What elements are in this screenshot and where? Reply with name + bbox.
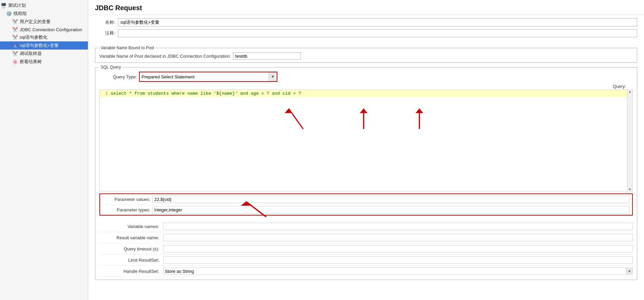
sidebar-item-user-vars[interactable]: ✂️ 用户定义的变量: [0, 18, 88, 26]
debug-sampler-label: 调试取样器: [20, 51, 42, 57]
svg-marker-3: [360, 109, 368, 113]
test-plan-label: 测试计划: [8, 2, 26, 8]
query-timeout-input[interactable]: [163, 245, 633, 252]
sql-param-var-icon: ✂️: [12, 43, 18, 48]
line-code-1: select * from students where name like '…: [111, 91, 301, 96]
sidebar: 🖥️ 测试计划 ⚙️ 线程组 ✂️ 用户定义的变量 ✂️ JDBC Connec…: [0, 0, 88, 300]
jdbc-config-icon: ✂️: [12, 27, 18, 32]
result-var-row: Result variable name:: [99, 232, 633, 243]
line-number-1: 1: [100, 91, 111, 96]
limit-resultset-row: Limit ResultSet:: [99, 255, 633, 266]
params-section: Parameter values: Parameter types:: [99, 193, 633, 215]
sidebar-item-sql-param[interactable]: ✂️ sql语句参数化: [0, 33, 88, 41]
annotation-arrows: [100, 104, 632, 131]
query-editor[interactable]: 1 select * from students where name like…: [99, 90, 633, 191]
param-values-input[interactable]: [152, 195, 629, 203]
pool-input[interactable]: [233, 52, 301, 60]
user-vars-label: 用户定义的变量: [20, 19, 51, 25]
handle-resultset-arrow: ▼: [626, 267, 632, 275]
limit-resultset-label: Limit ResultSet:: [99, 258, 160, 263]
sql-param-var-label: sql语句参数化+变量: [20, 42, 59, 49]
limit-resultset-input[interactable]: [163, 256, 633, 264]
sql-query-section: SQL Query Query Type: Prepared Select St…: [95, 65, 637, 280]
sidebar-item-jdbc-config[interactable]: ✂️ JDBC Connection Configuration: [0, 26, 88, 33]
handle-resultset-row: Handle ResultSet: Store as String Store …: [99, 266, 633, 277]
param-values-row: Parameter values:: [100, 194, 632, 205]
sql-section-title: SQL Query: [99, 65, 122, 70]
svg-line-0: [289, 109, 303, 129]
svg-marker-5: [415, 109, 423, 113]
thread-group-label: 线程组: [14, 11, 27, 17]
var-names-input[interactable]: [163, 223, 633, 230]
jdbc-config-label: JDBC Connection Configuration: [20, 27, 82, 32]
svg-marker-1: [285, 109, 293, 113]
user-vars-icon: ✂️: [12, 19, 18, 24]
sql-param-icon: ✂️: [12, 35, 18, 40]
param-types-input[interactable]: [152, 206, 629, 213]
handle-resultset-label: Handle ResultSet:: [99, 269, 160, 274]
comment-label: 注释:: [95, 30, 115, 36]
query-type-select[interactable]: Prepared Select Statement Select Stateme…: [140, 72, 269, 81]
pool-label: Variable Name of Pool declared in JDBC C…: [99, 54, 231, 59]
result-var-input[interactable]: [163, 234, 633, 241]
handle-resultset-select[interactable]: Store as String Store as Object Count Re…: [163, 268, 626, 274]
comment-input[interactable]: [118, 29, 637, 37]
query-timeout-row: Query timeout (s):: [99, 243, 633, 255]
param-types-label: Parameter types:: [103, 207, 150, 212]
view-results-label: 察看结果树: [20, 59, 42, 65]
query-type-label: Query Type:: [113, 74, 137, 79]
sql-param-label: sql语句参数化: [20, 34, 47, 40]
query-scrollbar[interactable]: ▲ ▼: [627, 90, 632, 191]
pool-section: Variable Name Bound to Pool Variable Nam…: [95, 45, 637, 63]
view-results-icon: 🌸: [12, 59, 18, 64]
bottom-fields: Variable names: Result variable name: Qu…: [99, 221, 633, 277]
scroll-up-arrow[interactable]: ▲: [628, 90, 631, 93]
thread-group-icon: ⚙️: [6, 11, 12, 16]
query-label: Query:: [99, 84, 633, 89]
query-timeout-label: Query timeout (s):: [99, 246, 160, 251]
var-names-row: Variable names:: [99, 221, 633, 232]
param-types-row: Parameter types:: [100, 205, 632, 215]
param-values-label: Parameter values:: [103, 197, 150, 202]
scroll-down-arrow[interactable]: ▼: [628, 188, 631, 191]
sidebar-item-test-plan[interactable]: 🖥️ 测试计划: [0, 1, 88, 10]
pool-section-title: Variable Name Bound to Pool: [99, 45, 155, 50]
query-type-arrow: ▼: [269, 72, 277, 81]
debug-sampler-icon: ✂️: [12, 51, 18, 56]
query-type-wrapper[interactable]: Prepared Select Statement Select Stateme…: [139, 72, 278, 82]
result-var-label: Result variable name:: [99, 235, 160, 240]
main-content: JDBC Request 名称: 注释: Variable Name Bound…: [88, 0, 644, 300]
sidebar-item-view-results[interactable]: 🌸 察看结果树: [0, 58, 88, 66]
name-input[interactable]: [118, 18, 637, 26]
sidebar-item-debug-sampler[interactable]: ✂️ 调试取样器: [0, 50, 88, 58]
name-label: 名称:: [95, 19, 115, 25]
query-line-1: 1 select * from students where name like…: [100, 90, 632, 97]
handle-resultset-wrapper[interactable]: Store as String Store as Object Count Re…: [163, 267, 633, 275]
sidebar-item-sql-param-var[interactable]: ✂️ sql语句参数化+变量: [0, 41, 88, 50]
test-plan-icon: 🖥️: [1, 3, 6, 8]
sidebar-item-thread-group[interactable]: ⚙️ 线程组: [0, 10, 88, 18]
var-names-label: Variable names:: [99, 224, 160, 229]
page-title: JDBC Request: [88, 0, 644, 15]
